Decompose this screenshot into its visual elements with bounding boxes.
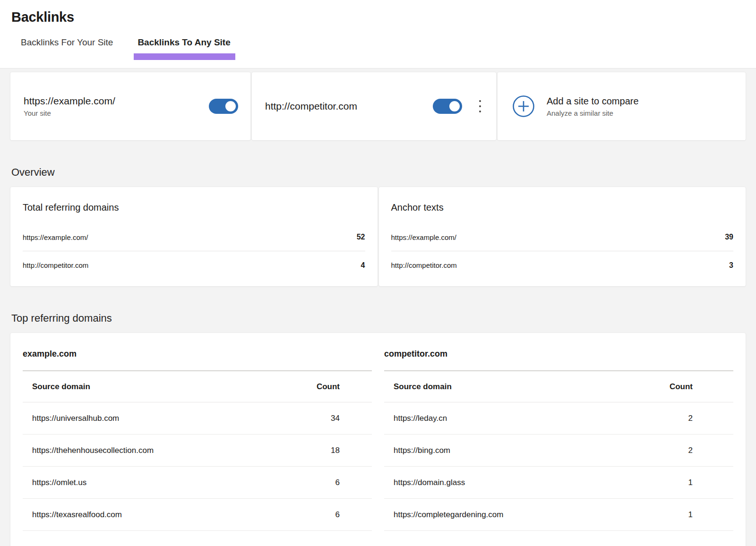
total-referring-domains-panel: Total referring domains https://example.… — [10, 187, 378, 286]
site-compare-row: https://example.com/ Your site http://co… — [10, 72, 746, 140]
tab-label: Backlinks For Your Site — [21, 37, 113, 47]
table-row: https://thehenhousecollection.com 18 — [23, 435, 372, 467]
page-header: Backlinks Backlinks For Your Site Backli… — [0, 0, 756, 68]
panel-rows: https://example.com/ 39 http://competito… — [391, 223, 734, 279]
count-cell: 1 — [688, 510, 733, 520]
table-row: https://completegardening.com 1 — [384, 499, 733, 531]
your-site-info: https://example.com/ Your site — [24, 95, 115, 117]
table-site-name: competitor.com — [384, 333, 733, 371]
count-cell: 6 — [335, 510, 372, 520]
page-title: Backlinks — [0, 0, 756, 25]
row-value: 39 — [725, 233, 733, 241]
overview-heading: Overview — [11, 166, 756, 179]
competitor-site-url: http://competitor.com — [265, 101, 357, 112]
count-cell: 6 — [335, 478, 372, 487]
more-options-icon[interactable] — [476, 98, 484, 114]
competitor-card-controls — [433, 98, 484, 114]
table-row: https://domain.glass 1 — [384, 467, 733, 499]
tab-backlinks-for-your-site[interactable]: Backlinks For Your Site — [21, 37, 113, 60]
row-label: https://example.com/ — [23, 233, 88, 241]
table-header-row: Source domain Count — [384, 371, 733, 402]
panel-row: http://competitor.com 3 — [391, 251, 734, 279]
count-cell: 34 — [331, 414, 372, 423]
competitor-site-toggle[interactable] — [433, 99, 462, 114]
row-value: 4 — [361, 261, 365, 270]
row-value: 3 — [729, 261, 733, 270]
example-com-table: example.com Source domain Count https://… — [23, 333, 372, 546]
count-cell: 18 — [331, 446, 372, 455]
table-row: https://bing.com 2 — [384, 435, 733, 467]
table-header-row: Source domain Count — [23, 371, 372, 402]
add-site-title: Add a site to compare — [547, 96, 639, 107]
your-site-subtitle: Your site — [24, 109, 115, 117]
row-label: https://example.com/ — [391, 233, 456, 241]
count-cell: 2 — [688, 414, 733, 423]
active-tab-indicator — [134, 53, 235, 60]
row-label: http://competitor.com — [391, 261, 457, 269]
toggle-knob — [449, 101, 460, 111]
row-value: 52 — [357, 233, 365, 241]
panel-rows: https://example.com/ 52 http://competito… — [23, 223, 365, 279]
source-domain-cell: https://leday.cn — [384, 414, 447, 423]
your-site-toggle[interactable] — [209, 99, 238, 114]
source-domain-cell: https://domain.glass — [384, 478, 465, 487]
source-domain-cell: https://thehenhousecollection.com — [23, 446, 154, 455]
panel-title: Anchor texts — [391, 202, 734, 213]
top-referring-domains-heading: Top referring domains — [11, 312, 756, 324]
panel-title: Total referring domains — [23, 202, 365, 213]
toggle-knob — [225, 101, 236, 111]
anchor-texts-panel: Anchor texts https://example.com/ 39 htt… — [379, 187, 746, 286]
table-row: https://texasrealfood.com 6 — [23, 499, 372, 531]
plus-circle-icon — [513, 95, 534, 117]
table-row: https://universalhub.com 34 — [23, 402, 372, 435]
row-label: http://competitor.com — [23, 261, 88, 269]
source-domain-cell: https://texasrealfood.com — [23, 510, 122, 520]
tab-bar: Backlinks For Your Site Backlinks To Any… — [0, 37, 756, 60]
table-row: https://leday.cn 2 — [384, 402, 733, 435]
your-site-card: https://example.com/ Your site — [10, 72, 250, 140]
competitor-site-card: http://competitor.com — [252, 72, 496, 140]
count-cell: 1 — [688, 478, 733, 487]
tab-label: Backlinks To Any Site — [137, 37, 230, 47]
overview-section: Total referring domains https://example.… — [10, 187, 746, 286]
source-domain-cell: https://universalhub.com — [23, 414, 119, 423]
add-site-to-compare-button[interactable]: Add a site to compare Analyze a similar … — [498, 72, 746, 140]
source-domain-column-header: Source domain — [384, 382, 452, 392]
count-column-header: Count — [670, 382, 733, 392]
panel-row: https://example.com/ 39 — [391, 223, 734, 251]
panel-row: https://example.com/ 52 — [23, 223, 365, 251]
count-cell: 2 — [688, 446, 733, 455]
add-site-text: Add a site to compare Analyze a similar … — [547, 96, 639, 117]
panel-row: http://competitor.com 4 — [23, 251, 365, 279]
count-column-header: Count — [317, 382, 372, 392]
source-domain-cell: https://completegardening.com — [384, 510, 503, 520]
table-site-name: example.com — [23, 333, 372, 371]
source-domain-column-header: Source domain — [23, 382, 90, 392]
add-site-subtitle: Analyze a similar site — [547, 109, 639, 117]
your-site-url: https://example.com/ — [24, 95, 115, 107]
tab-backlinks-to-any-site[interactable]: Backlinks To Any Site — [137, 37, 230, 60]
top-referring-domains-section: example.com Source domain Count https://… — [10, 333, 746, 546]
source-domain-cell: https://bing.com — [384, 446, 450, 455]
table-row: https://omlet.us 6 — [23, 467, 372, 499]
competitor-com-table: competitor.com Source domain Count https… — [384, 333, 733, 546]
source-domain-cell: https://omlet.us — [23, 478, 86, 487]
